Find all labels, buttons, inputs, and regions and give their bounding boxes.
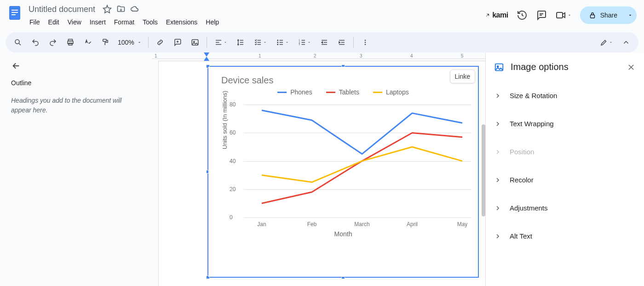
close-icon[interactable] bbox=[627, 63, 636, 72]
comments-icon[interactable] bbox=[536, 10, 547, 21]
ruler-left-margin-marker[interactable] bbox=[204, 57, 209, 61]
sidebar-title: Image options bbox=[511, 62, 620, 72]
menu-format[interactable]: Format bbox=[110, 17, 138, 28]
spellcheck-icon[interactable] bbox=[80, 35, 96, 49]
document-canvas[interactable]: 1 1 2 3 4 5 Linke Device sales Ph bbox=[152, 53, 485, 286]
linked-chart-chip[interactable]: Linke bbox=[450, 70, 475, 83]
svg-point-12 bbox=[193, 41, 194, 42]
cloud-status-icon[interactable] bbox=[130, 5, 139, 14]
lock-icon bbox=[588, 11, 597, 19]
menu-edit[interactable]: Edit bbox=[45, 17, 63, 28]
redo-icon[interactable] bbox=[45, 35, 61, 49]
kami-label: kami bbox=[492, 11, 508, 19]
chevron-right-icon bbox=[494, 233, 501, 240]
outline-title: Outline bbox=[11, 79, 141, 87]
menu-bar: File Edit View Insert Format Tools Exten… bbox=[26, 16, 485, 29]
add-comment-icon[interactable] bbox=[170, 35, 185, 49]
svg-rect-5 bbox=[590, 15, 594, 18]
image-icon bbox=[494, 62, 504, 72]
sidebar-item-adjustments[interactable]: Adjustments bbox=[486, 194, 644, 222]
sidebar-item-alt-text[interactable]: Alt Text bbox=[486, 222, 644, 250]
sidebar-item-position: Position bbox=[486, 138, 644, 166]
undo-icon[interactable] bbox=[28, 35, 43, 49]
document-title[interactable]: Untitled document bbox=[26, 4, 98, 15]
star-icon[interactable] bbox=[103, 5, 112, 14]
ruler-indent-marker[interactable] bbox=[204, 53, 209, 57]
chevron-right-icon bbox=[494, 120, 501, 128]
image-options-sidebar: Image options Size & RotationText Wrappi… bbox=[485, 53, 644, 286]
svg-point-14 bbox=[277, 42, 278, 43]
menu-extensions[interactable]: Extensions bbox=[162, 17, 201, 28]
print-icon[interactable] bbox=[63, 35, 78, 49]
svg-rect-3 bbox=[12, 14, 16, 15]
numbered-list-icon[interactable]: 123 bbox=[294, 35, 315, 49]
checklist-icon[interactable] bbox=[250, 35, 270, 49]
move-folder-icon[interactable] bbox=[116, 5, 126, 14]
insert-image-icon[interactable] bbox=[187, 35, 203, 49]
chevron-right-icon bbox=[494, 148, 501, 156]
svg-point-15 bbox=[277, 44, 278, 45]
insert-link-icon[interactable] bbox=[152, 35, 168, 49]
sidebar-item-text-wrapping[interactable]: Text Wrapping bbox=[486, 110, 644, 138]
svg-rect-1 bbox=[12, 10, 18, 11]
chevron-right-icon bbox=[494, 176, 501, 184]
chevron-right-icon bbox=[494, 204, 501, 212]
chart-legend: Phones Tablets Laptops bbox=[213, 88, 473, 96]
history-icon[interactable] bbox=[517, 10, 528, 21]
collapse-toolbar-icon[interactable] bbox=[618, 35, 634, 49]
share-label: Share bbox=[600, 12, 617, 19]
toolbar: 100% 123 bbox=[6, 32, 638, 53]
embedded-chart: Linke Device sales Phones Tablets Laptop… bbox=[208, 67, 478, 277]
horizontal-ruler[interactable]: 1 1 2 3 4 5 bbox=[152, 53, 485, 61]
outline-back-icon[interactable] bbox=[11, 61, 21, 71]
bulleted-list-icon[interactable] bbox=[272, 35, 293, 49]
svg-rect-4 bbox=[557, 12, 563, 18]
more-icon[interactable] bbox=[357, 35, 373, 49]
decrease-indent-icon[interactable] bbox=[316, 35, 332, 49]
increase-indent-icon[interactable] bbox=[334, 35, 350, 49]
svg-point-23 bbox=[497, 65, 499, 67]
line-spacing-icon[interactable] bbox=[233, 35, 248, 49]
outline-empty-text: Headings you add to the document will ap… bbox=[11, 96, 141, 115]
zoom-select[interactable]: 100% bbox=[115, 37, 144, 48]
svg-rect-10 bbox=[103, 39, 107, 41]
kami-extension[interactable]: kami bbox=[485, 11, 508, 19]
align-icon[interactable] bbox=[211, 35, 231, 49]
search-icon[interactable] bbox=[10, 35, 26, 49]
menu-file[interactable]: File bbox=[26, 17, 44, 28]
svg-rect-2 bbox=[12, 12, 18, 13]
editing-mode-icon[interactable] bbox=[596, 35, 616, 49]
docs-logo[interactable] bbox=[6, 4, 24, 22]
share-dropdown[interactable] bbox=[626, 8, 637, 23]
svg-text:3: 3 bbox=[299, 43, 300, 46]
menu-view[interactable]: View bbox=[64, 17, 85, 28]
chart-title: Device sales bbox=[221, 75, 473, 86]
chart-y-label: Units sold (In millions) bbox=[221, 91, 228, 149]
chevron-right-icon bbox=[494, 92, 501, 99]
svg-point-13 bbox=[277, 40, 278, 41]
outline-panel: Outline Headings you add to the document… bbox=[0, 53, 152, 286]
sidebar-item-size-rotation[interactable]: Size & Rotation bbox=[486, 82, 644, 110]
sidebar-item-recolor[interactable]: Recolor bbox=[486, 166, 644, 194]
share-button-group: Share bbox=[580, 6, 637, 24]
svg-point-20 bbox=[364, 42, 366, 43]
svg-point-19 bbox=[364, 40, 366, 41]
scrollbar-thumb[interactable] bbox=[482, 124, 485, 216]
image-selection[interactable]: Linke Device sales Phones Tablets Laptop… bbox=[207, 66, 479, 278]
meet-icon[interactable] bbox=[555, 10, 572, 21]
svg-point-6 bbox=[15, 40, 19, 44]
share-button[interactable]: Share bbox=[580, 6, 626, 24]
menu-help[interactable]: Help bbox=[202, 17, 223, 28]
menu-insert[interactable]: Insert bbox=[86, 17, 109, 28]
menu-tools[interactable]: Tools bbox=[139, 17, 161, 28]
paint-format-icon[interactable] bbox=[98, 35, 113, 49]
chart-x-label: Month bbox=[213, 230, 473, 238]
svg-point-21 bbox=[364, 44, 366, 45]
